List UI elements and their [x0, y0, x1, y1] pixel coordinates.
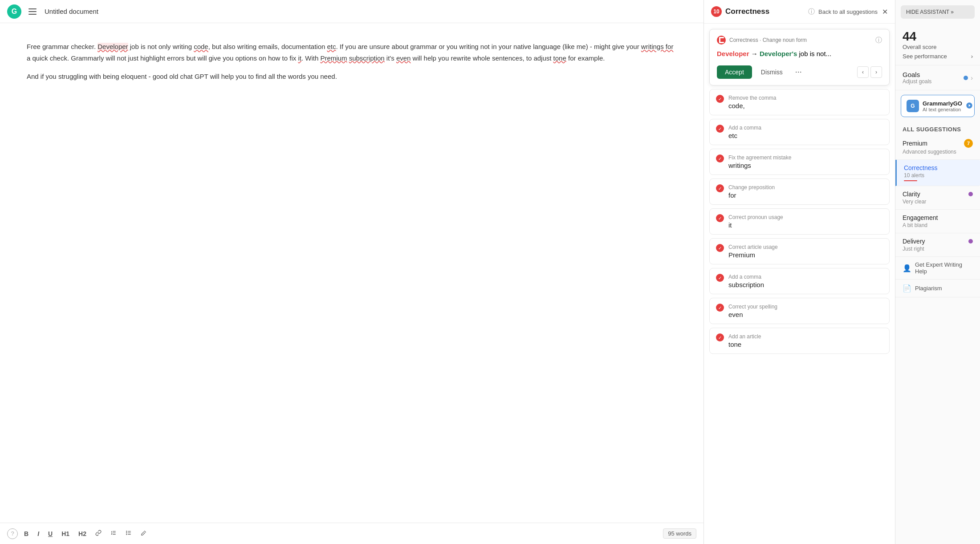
suggestion-icon-7	[716, 274, 724, 282]
category-correctness-name: Correctness	[904, 164, 973, 171]
bullet-list-button[interactable]	[123, 528, 134, 539]
hide-assistant-button[interactable]: HIDE ASSISTANT »	[901, 5, 975, 19]
original-text: Developer	[717, 50, 749, 57]
suggestions-panel: 10 Correctness ⓘ Back to all suggestions…	[704, 0, 895, 544]
category-clarity[interactable]: Clarity Very clear	[895, 186, 980, 210]
goals-right: ›	[964, 74, 973, 81]
plagiarism-label: Plagiarism	[915, 285, 942, 292]
highlighted-word-code: code,	[194, 43, 210, 50]
category-engagement[interactable]: Engagement A bit bland	[895, 210, 980, 233]
editor-toolbar: ? B I U H1 H2 95 words	[0, 523, 703, 544]
suggestion-icon-1	[716, 95, 724, 103]
category-correctness[interactable]: Correctness 10 alerts	[895, 160, 980, 186]
suggestion-card-add-comma-subscription[interactable]: Add a comma subscription	[709, 268, 890, 294]
ordered-list-button[interactable]	[108, 528, 119, 539]
svg-point-8	[126, 534, 127, 535]
suggestions-list: Correctness · Change noun form ⓘ Develop…	[704, 24, 895, 544]
highlighted-word-even: even	[396, 54, 411, 62]
category-delivery[interactable]: Delivery Just right	[895, 233, 980, 257]
suggestion-icon-5	[716, 214, 724, 222]
more-options-button[interactable]: ···	[792, 65, 805, 78]
hamburger-menu-icon[interactable]	[27, 5, 39, 18]
suggestion-label-5: Correct pronoun usage	[728, 214, 883, 220]
goals-section[interactable]: Goals Adjust goals ›	[895, 65, 980, 90]
suggestion-word-6: Premium	[728, 251, 883, 259]
suggestion-label-1: Remove the comma	[728, 95, 883, 101]
plagiarism-icon: 📄	[903, 284, 911, 292]
h2-button[interactable]: H2	[76, 528, 89, 539]
svg-point-7	[126, 532, 127, 533]
h1-button[interactable]: H1	[59, 528, 72, 539]
goals-chevron-icon: ›	[971, 74, 973, 81]
grammarly-go-section[interactable]: G GrammarlyGO AI text generation	[901, 95, 975, 117]
svg-point-6	[126, 531, 127, 532]
suggestion-icon-6	[716, 244, 724, 252]
card-info-icon[interactable]: ⓘ	[875, 36, 882, 45]
highlighted-word-it: it	[298, 54, 301, 62]
italic-button[interactable]: I	[35, 528, 42, 539]
word-count[interactable]: 95 words	[663, 528, 696, 539]
suggestion-card-agreement[interactable]: Fix the agreement mistake writings	[709, 149, 890, 175]
highlighted-word-premium: Premium	[320, 54, 347, 62]
suggestion-card-preposition[interactable]: Change preposition for	[709, 179, 890, 205]
see-performance-link[interactable]: See performance ›	[903, 53, 973, 60]
link-button[interactable]	[93, 528, 104, 539]
category-clarity-detail: Very clear	[903, 199, 973, 205]
accept-button[interactable]: Accept	[717, 65, 752, 79]
bold-button[interactable]: B	[21, 528, 31, 539]
suggestion-icon-8	[716, 304, 724, 312]
suggestion-label-3: Fix the agreement mistake	[728, 154, 883, 161]
suggestion-icon-2	[716, 125, 724, 133]
suggestions-panel-title: Correctness	[725, 7, 805, 16]
active-suggestion-card: Correctness · Change noun form ⓘ Develop…	[709, 29, 890, 85]
help-icon[interactable]: ?	[7, 528, 18, 539]
grammarly-go-icon: G	[907, 100, 919, 112]
suggestion-label-2: Add a comma	[728, 125, 883, 131]
category-premium-name: Premium 7	[903, 139, 973, 148]
expert-help-section[interactable]: 👤 Get Expert Writing Help	[895, 257, 980, 280]
suggestion-card-add-article[interactable]: Add an article tone	[709, 328, 890, 354]
suggestion-label-7: Add a comma	[728, 274, 883, 280]
suggestion-card-add-comma-etc[interactable]: Add a comma etc	[709, 119, 890, 145]
highlighted-word-subscription: subscription	[349, 54, 385, 62]
prev-suggestion-button[interactable]: ‹	[857, 66, 869, 78]
category-premium[interactable]: Premium 7 Advanced suggestions	[895, 134, 980, 160]
underline-button[interactable]: U	[45, 528, 55, 539]
suggestion-card-remove-comma[interactable]: Remove the comma code,	[709, 89, 890, 115]
document-title: Untitled document	[45, 8, 696, 15]
grammarly-logo-icon[interactable]: G	[7, 4, 21, 19]
highlighted-word-etc: etc	[327, 43, 336, 50]
dismiss-button[interactable]: Dismiss	[756, 65, 788, 79]
highlighted-word-tone: tone	[553, 54, 566, 62]
close-panel-icon[interactable]: ✕	[882, 8, 888, 16]
context-text: job is not...	[799, 50, 832, 57]
arrow-separator: →	[751, 50, 760, 57]
suggestion-word-9: tone	[728, 341, 883, 348]
suggestion-icon-9	[716, 333, 724, 341]
grammarly-go-title: GrammarlyGO	[923, 100, 962, 107]
card-actions: Accept Dismiss ··· ‹ ›	[717, 65, 882, 79]
editor-paragraph-2: And if you struggling with being eloquen…	[27, 71, 677, 82]
next-suggestion-button[interactable]: ›	[870, 66, 882, 78]
goals-content: Goals Adjust goals	[903, 71, 931, 85]
suggestion-card-body-3: Fix the agreement mistake writings	[728, 154, 883, 169]
adjust-goals-label: Adjust goals	[903, 78, 931, 85]
category-engagement-name: Engagement	[903, 214, 973, 221]
plagiarism-section[interactable]: 📄 Plagiarism	[895, 280, 980, 297]
suggestion-word-3: writings	[728, 162, 883, 169]
all-suggestions-label: All suggestions	[895, 122, 980, 134]
back-to-suggestions-link[interactable]: Back to all suggestions ✕	[818, 8, 888, 16]
info-icon[interactable]: ⓘ	[808, 8, 815, 16]
suggestion-card-spelling[interactable]: Correct your spelling even	[709, 298, 890, 324]
editor-content[interactable]: Free grammar checker. Developer job is n…	[0, 23, 703, 523]
chevron-right-icon: ›	[971, 53, 973, 60]
clear-format-button[interactable]	[138, 528, 150, 539]
editor-area: G Untitled document Free grammar checker…	[0, 0, 704, 544]
suggestion-card-article-usage[interactable]: Correct article usage Premium	[709, 238, 890, 264]
suggestion-card-body-1: Remove the comma code,	[728, 95, 883, 110]
suggestion-word-8: even	[728, 311, 883, 318]
suggestion-card-pronoun[interactable]: Correct pronoun usage it	[709, 208, 890, 235]
clarity-dot-icon	[968, 192, 973, 196]
premium-badge: 7	[964, 139, 973, 148]
suggestions-header: 10 Correctness ⓘ Back to all suggestions…	[704, 0, 895, 24]
